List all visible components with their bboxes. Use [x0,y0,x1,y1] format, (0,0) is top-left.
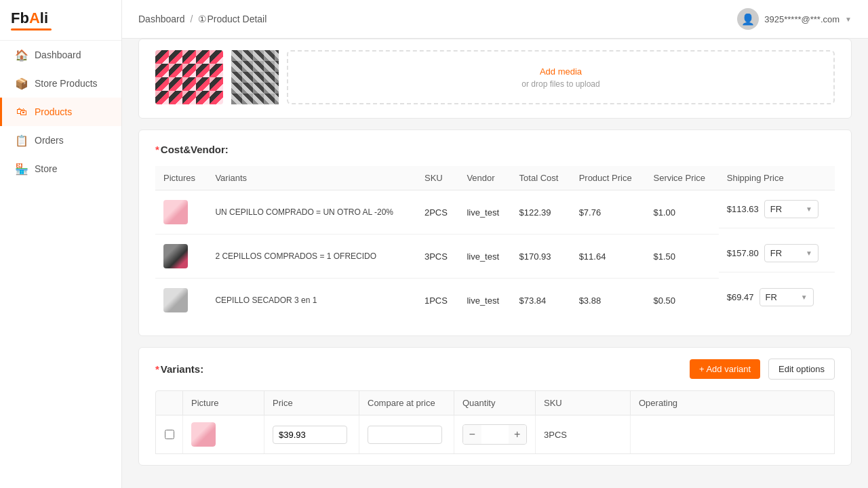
variants-col-operating: Operating [631,391,698,415]
chevron-down-icon: ▼ [806,205,812,213]
media-upload-area[interactable]: Add media or drop files to upload [287,50,835,104]
sidebar-item-orders[interactable]: 📋 Orders [0,126,121,155]
table-row: − + 3PCS [155,415,835,454]
sidebar-item-store-products[interactable]: 📦 Store Products [0,69,121,98]
avatar: 👤 [737,8,759,30]
row-sku-cell: 3PCS [536,415,631,453]
sidebar-item-label: Dashboard [35,49,81,60]
shipping-region-select[interactable]: FR▼ [760,288,814,306]
media-thumb-1 [155,50,223,104]
cost-vendor-section: *Cost&Vendor: Pictures Variants SKU Vend… [138,129,852,336]
variants-col-quantity: Quantity [454,391,536,415]
drop-files-label: or drop files to upload [521,79,599,89]
main-content: Dashboard / ①Product Detail 👤 3925*****@… [122,0,868,488]
sidebar-item-label: Store [35,163,57,174]
row-checkbox-cell [156,415,183,453]
required-marker: * [155,144,159,155]
variants-col-check [156,391,183,415]
cell-picture [155,190,207,235]
price-input[interactable] [273,426,347,444]
variant-thumbnail [163,244,188,268]
sku-value: 3PCS [544,430,567,440]
variants-actions: + Add variant Edit options [690,359,835,380]
table-row: CEPILLO SECADOR 3 en 11PCSlive_test$73.8… [155,279,835,323]
variants-col-compare-price: Compare at price [359,391,454,415]
cell-sku: 3PCS [416,235,458,279]
cell-vendor: live_test [458,279,511,323]
cell-shipping-price: $113.63FR▼ [719,190,835,228]
shipping-region-select[interactable]: FR▼ [764,244,818,262]
breadcrumb-separator: / [191,14,193,24]
row-price-cell [264,415,359,453]
variants-section: *Variants: + Add variant Edit options Pi… [138,347,852,466]
sidebar-item-label: Orders [35,135,64,146]
qty-decrease-button[interactable]: − [463,425,481,444]
sidebar-nav: 🏠 Dashboard 📦 Store Products 🛍 Products … [0,41,121,183]
dashboard-icon: 🏠 [16,49,28,61]
col-shipping-price: Shipping Price [719,166,835,190]
variants-col-price: Price [264,391,359,415]
cell-variant-name: 2 CEPILLOS COMPRADOS = 1 OFRECIDO [207,235,416,279]
col-pictures: Pictures [155,166,207,190]
row-quantity-cell: − + [454,415,536,453]
orders-icon: 📋 [16,134,28,146]
cell-service-price: $1.50 [646,235,719,279]
variants-table-header: Picture Price Compare at price Quantity … [155,390,835,415]
add-variant-button[interactable]: + Add variant [690,359,760,379]
cell-picture [155,279,207,323]
store-products-icon: 📦 [16,77,28,89]
cell-service-price: $1.00 [646,190,719,235]
breadcrumb: Dashboard / ①Product Detail [138,14,267,24]
add-media-label: Add media [540,66,582,77]
qty-increase-button[interactable]: + [509,425,527,444]
cell-product-price: $11.64 [571,235,646,279]
product-image-1 [155,50,223,104]
sidebar-item-dashboard[interactable]: 🏠 Dashboard [0,41,121,69]
variants-col-sku: SKU [536,391,631,415]
cell-vendor: live_test [458,190,511,235]
cell-picture [155,235,207,279]
sidebar-item-products[interactable]: 🛍 Products [0,98,121,126]
logo-underline [11,28,52,30]
table-row: 2 CEPILLOS COMPRADOS = 1 OFRECIDO3PCSliv… [155,235,835,279]
breadcrumb-parent[interactable]: Dashboard [138,14,185,24]
col-service-price: Service Price [646,166,719,190]
col-product-price: Product Price [571,166,646,190]
products-icon: 🛍 [16,106,28,118]
variant-thumbnail [163,288,188,312]
variants-col-picture: Picture [183,391,264,415]
cell-shipping-price: $69.47FR▼ [719,279,835,316]
cell-sku: 1PCS [416,279,458,323]
variants-title: *Variants: [155,363,203,375]
user-email: 3925*****@***.com [764,14,840,24]
row-operating-cell [631,415,698,453]
cell-total-cost: $170.93 [511,235,571,279]
row-compare-price-cell [359,415,454,453]
product-image-2 [231,50,279,104]
chevron-down-icon: ▼ [845,16,852,23]
scroll-area[interactable]: Add media or drop files to upload *Cost&… [122,39,868,488]
row-checkbox[interactable] [165,430,174,439]
media-section: Add media or drop files to upload [138,39,852,119]
variants-header: *Variants: + Add variant Edit options [155,359,835,380]
cost-vendor-table: Pictures Variants SKU Vendor Total Cost … [155,166,835,322]
cell-variant-name: UN CEPILLO COMPRADO = UN OTRO AL -20% [207,190,416,235]
breadcrumb-current: ①Product Detail [198,14,267,24]
edit-options-button[interactable]: Edit options [768,359,835,380]
variant-thumbnail [191,422,216,447]
col-sku: SKU [416,166,458,190]
required-marker: * [155,363,159,375]
logo-area: FbAli [0,0,121,41]
logo: FbAli [11,9,111,27]
shipping-region-value: FR [766,292,777,302]
compare-price-input[interactable] [368,426,442,444]
shipping-region-value: FR [770,248,782,258]
col-vendor: Vendor [458,166,511,190]
shipping-region-value: FR [770,204,782,214]
quantity-stepper: − + [462,424,527,445]
sidebar: FbAli 🏠 Dashboard 📦 Store Products 🛍 Pro… [0,0,122,488]
shipping-region-select[interactable]: FR▼ [764,200,818,218]
sidebar-item-store[interactable]: 🏪 Store [0,155,121,183]
cell-variant-name: CEPILLO SECADOR 3 en 1 [207,279,416,323]
user-menu[interactable]: 👤 3925*****@***.com ▼ [737,8,852,30]
